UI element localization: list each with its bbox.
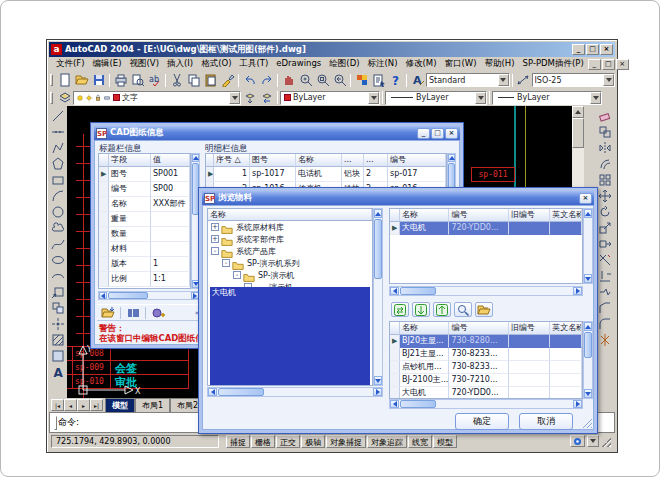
erase-icon[interactable] xyxy=(597,108,613,124)
toggle-线宽[interactable]: 线宽 xyxy=(408,435,432,448)
hatch-icon[interactable] xyxy=(50,332,66,348)
next-tab-icon[interactable]: ▸ xyxy=(77,399,90,411)
new-icon[interactable] xyxy=(56,73,73,88)
copy-icon[interactable] xyxy=(185,73,202,88)
scroll-thumb[interactable] xyxy=(572,118,584,148)
layers-icon[interactable] xyxy=(56,90,73,105)
multiline-text-icon[interactable]: A xyxy=(50,364,66,380)
material-row[interactable]: ▶BJ20主显...730-8280... xyxy=(390,335,582,348)
zoom-window-icon[interactable] xyxy=(314,73,331,88)
title-bar[interactable]: a AutoCAD 2004 - [E:\UG\dwg\图框\测试用图(部件).… xyxy=(49,42,615,57)
linetype-dropdown-icon[interactable] xyxy=(475,92,486,104)
tree-expander-icon[interactable]: - xyxy=(222,259,230,267)
undo-icon[interactable] xyxy=(241,73,258,88)
circle-icon[interactable] xyxy=(50,204,66,220)
layer-dropdown-icon[interactable] xyxy=(229,92,240,104)
move-icon[interactable] xyxy=(597,188,613,204)
menu-绘图(D)[interactable]: 绘图(D) xyxy=(325,57,363,71)
dialog-restore-button[interactable]: □ xyxy=(431,128,444,139)
break-icon[interactable] xyxy=(597,284,613,300)
stretch-icon[interactable] xyxy=(597,236,613,252)
menu-标注(N)[interactable]: 标注(N) xyxy=(364,57,402,71)
polygon-icon[interactable] xyxy=(50,156,66,172)
titleblock-table[interactable]: 字段值▶图号SP001编号SP00名称XXX部件重量数量材料版本1比例1:1 xyxy=(98,153,191,289)
paste-icon[interactable] xyxy=(202,73,219,88)
tree-expander-icon[interactable]: - xyxy=(233,271,241,279)
open-icon[interactable] xyxy=(73,73,90,88)
toolbar-grip[interactable] xyxy=(50,74,53,86)
table-row[interactable]: 编号SP00 xyxy=(99,182,190,197)
communication-center-icon[interactable] xyxy=(570,435,585,447)
materials-tree[interactable]: +系统原材料库+系统零部件库-系统产品库-SP-演示机系列-SP-演示机-演示机… xyxy=(207,220,373,386)
save-icon[interactable] xyxy=(90,73,107,88)
point-icon[interactable] xyxy=(50,316,66,332)
column-header-编号[interactable]: 编号 xyxy=(388,154,446,167)
menu-编辑(E)[interactable]: 编辑(E) xyxy=(89,57,126,71)
first-tab-icon[interactable]: |◂ xyxy=(51,399,64,411)
trim-icon[interactable] xyxy=(597,252,613,268)
column-header-字段[interactable]: 字段 xyxy=(109,154,151,167)
mdi-minimize-button[interactable]: _ xyxy=(588,59,601,70)
explode-icon[interactable] xyxy=(597,332,613,348)
cancel-button[interactable]: 取消 xyxy=(519,413,573,430)
command-window-grip[interactable] xyxy=(54,416,57,430)
menu-文件(F)[interactable]: 文件(F) xyxy=(52,57,89,71)
tab-布局1[interactable]: 布局1 xyxy=(135,398,170,412)
tree-item-系统产品库[interactable]: -系统产品库 xyxy=(208,245,372,257)
column-header-编号[interactable]: 编号 xyxy=(449,322,508,335)
minimize-button[interactable]: _ xyxy=(572,44,585,55)
close-button[interactable]: × xyxy=(600,44,613,55)
selected-table-vscrollbar[interactable] xyxy=(583,208,593,284)
table-row[interactable]: ▶图号SP001 xyxy=(99,167,190,182)
scroll-up-icon[interactable] xyxy=(572,106,584,118)
menu-视图(V)[interactable]: 视图(V) xyxy=(126,57,163,71)
ellipse-arc-icon[interactable] xyxy=(50,268,66,284)
color-combo[interactable]: ByLayer xyxy=(280,91,380,105)
plot-icon[interactable] xyxy=(112,73,129,88)
titleblock-table-hscrollbar[interactable] xyxy=(98,291,200,300)
material-row[interactable]: BJ-2100主...730-7210... xyxy=(390,374,582,387)
menu-eDrawings[interactable]: eDrawings xyxy=(272,57,325,71)
zoom-realtime-icon[interactable] xyxy=(297,73,314,88)
color-dropdown-icon[interactable] xyxy=(368,92,379,104)
table-row[interactable]: 重量 xyxy=(99,212,190,227)
menu-窗口(W)[interactable]: 窗口(W) xyxy=(440,57,480,71)
window-resize-grip[interactable] xyxy=(601,437,611,447)
region-icon[interactable] xyxy=(50,348,66,364)
column-header-...[interactable]: ... xyxy=(364,154,388,167)
menu-SP-PDM插件(P)[interactable]: SP-PDM插件(P) xyxy=(519,57,588,71)
menu-插入(I)[interactable]: 插入(I) xyxy=(163,57,197,71)
column-header-值[interactable]: 值 xyxy=(151,154,190,167)
tab-模型[interactable]: 模型 xyxy=(105,398,135,412)
last-tab-icon[interactable]: ▸| xyxy=(90,399,103,411)
barcode-button[interactable] xyxy=(124,305,142,320)
line-icon[interactable] xyxy=(50,108,66,124)
column-header-英文名称[interactable]: 英文名称 xyxy=(550,209,582,222)
extract-titleblock-button[interactable] xyxy=(99,305,117,320)
results-table[interactable]: 名称编号旧编号英文名称▶BJ20主显...730-8280...BJ21主显..… xyxy=(389,321,583,399)
pan-icon[interactable] xyxy=(280,73,297,88)
mdi-close-button[interactable]: × xyxy=(616,59,629,70)
text-style-dropdown-icon[interactable] xyxy=(498,74,509,86)
browse-dialog-titlebar[interactable]: SP 浏览物料 × xyxy=(202,191,594,205)
add-parts-button[interactable] xyxy=(149,305,167,320)
toggle-对象捕捉[interactable]: 对象捕捉 xyxy=(326,435,366,448)
column-header-旧编号[interactable]: 旧编号 xyxy=(509,209,551,222)
design-center-icon[interactable] xyxy=(353,73,370,88)
redo-icon[interactable] xyxy=(258,73,275,88)
dim-style-combo[interactable]: ISO-25 xyxy=(532,73,616,87)
column-header-名称[interactable]: 名称 xyxy=(400,322,449,335)
tree-vscrollbar[interactable] xyxy=(373,208,383,386)
menu-修改(M)[interactable]: 修改(M) xyxy=(402,57,441,71)
column-header-英文名称[interactable]: 英文名称 xyxy=(550,322,582,335)
insert-block-icon[interactable] xyxy=(50,284,66,300)
array-icon[interactable] xyxy=(597,172,613,188)
search-button[interactable] xyxy=(454,302,472,317)
match-props-icon[interactable] xyxy=(219,73,236,88)
material-row[interactable]: ▶大电机720-YDD0... xyxy=(390,222,582,235)
lineweight-dropdown-icon[interactable] xyxy=(590,92,601,104)
results-table-vscrollbar[interactable] xyxy=(583,321,593,399)
cut-icon[interactable] xyxy=(168,73,185,88)
arc-icon[interactable] xyxy=(50,188,66,204)
material-row[interactable]: 点钞机用...730-8233... xyxy=(390,361,582,374)
